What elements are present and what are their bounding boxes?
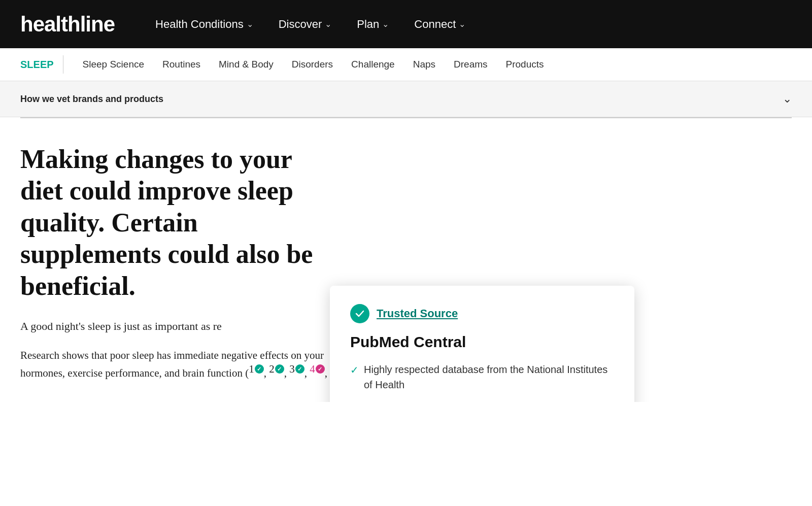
chevron-down-icon: ⌄ xyxy=(247,19,253,29)
popup-description: ✓ Highly respected database from the Nat… xyxy=(350,362,614,392)
article-heading: Making changes to your diet could improv… xyxy=(20,144,335,302)
citation-3[interactable]: 3✓ xyxy=(289,364,304,374)
chevron-down-icon: ⌄ xyxy=(382,19,389,29)
vet-brands-banner[interactable]: How we vet brands and products ⌄ xyxy=(0,81,812,117)
vet-banner-text: How we vet brands and products xyxy=(20,94,163,105)
nav-divider xyxy=(63,55,63,74)
trusted-source-popup: Trusted Source PubMed Central ✓ Highly r… xyxy=(330,286,634,402)
subnav-sleep[interactable]: SLEEP xyxy=(20,48,63,81)
nav-health-conditions[interactable]: Health Conditions ⌄ xyxy=(145,13,263,36)
citation-4[interactable]: 4✓ xyxy=(310,364,325,374)
citation-badge-1: ✓ xyxy=(255,364,264,374)
article-para-1: A good night's sleep is just as importan… xyxy=(20,317,345,335)
citation-2[interactable]: 2✓ xyxy=(269,364,284,374)
chevron-down-icon: ⌄ xyxy=(459,19,465,29)
nav-connect[interactable]: Connect ⌄ xyxy=(404,13,476,36)
subnav-challenge[interactable]: Challenge xyxy=(342,48,404,81)
chevron-down-icon: ⌄ xyxy=(325,19,331,29)
subnav-products[interactable]: Products xyxy=(497,48,553,81)
article-para-2: Research shows that poor sleep has immed… xyxy=(20,347,365,382)
subnav-routines[interactable]: Routines xyxy=(153,48,210,81)
nav-discover[interactable]: Discover ⌄ xyxy=(268,13,342,36)
nav-plan[interactable]: Plan ⌄ xyxy=(347,13,399,36)
trusted-header: Trusted Source xyxy=(350,304,614,323)
top-nav-links: Health Conditions ⌄ Discover ⌄ Plan ⌄ Co… xyxy=(145,13,476,36)
top-navigation: healthline Health Conditions ⌄ Discover … xyxy=(0,0,812,48)
main-content: Making changes to your diet could improv… xyxy=(0,118,812,402)
subnav-dreams[interactable]: Dreams xyxy=(445,48,497,81)
sub-navigation: SLEEP Sleep Science Routines Mind & Body… xyxy=(0,48,812,81)
subnav-mind-body[interactable]: Mind & Body xyxy=(210,48,283,81)
popup-title: PubMed Central xyxy=(350,333,614,351)
subnav-disorders[interactable]: Disorders xyxy=(283,48,342,81)
check-icon: ✓ xyxy=(350,362,359,378)
trusted-source-icon xyxy=(350,304,369,323)
chevron-down-icon: ⌄ xyxy=(783,92,792,106)
subnav-naps[interactable]: Naps xyxy=(404,48,445,81)
trusted-source-label[interactable]: Trusted Source xyxy=(377,307,458,320)
citation-badge-2: ✓ xyxy=(275,364,284,374)
citation-badge-4: ✓ xyxy=(316,364,325,374)
citation-badge-3: ✓ xyxy=(295,364,304,374)
citation-1[interactable]: 1✓ xyxy=(249,364,264,374)
subnav-sleep-science[interactable]: Sleep Science xyxy=(74,48,153,81)
site-logo[interactable]: healthline xyxy=(20,12,115,37)
